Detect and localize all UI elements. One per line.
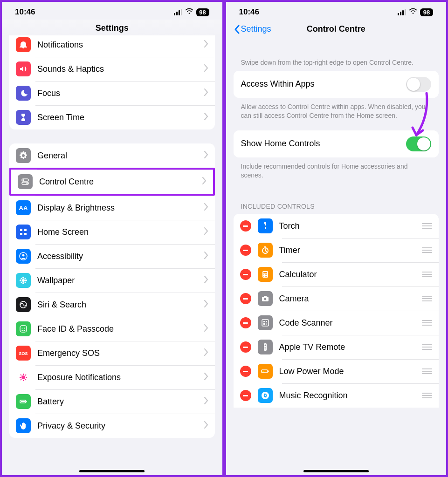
drag-handle-icon[interactable] xyxy=(422,344,432,350)
settings-row-focus[interactable]: Focus xyxy=(9,81,215,105)
row-label: Siri & Search xyxy=(37,300,204,310)
control-label: Calculator xyxy=(279,270,422,279)
remove-button[interactable] xyxy=(240,269,251,280)
calculator-icon xyxy=(258,267,273,282)
wifi-icon xyxy=(409,7,417,17)
svg-point-22 xyxy=(22,328,23,329)
svg-point-15 xyxy=(25,279,27,281)
general-icon xyxy=(16,148,31,163)
drag-handle-icon[interactable] xyxy=(422,247,432,253)
settings-row-wallpaper[interactable]: Wallpaper xyxy=(9,268,215,293)
drag-handle-icon[interactable] xyxy=(422,368,432,374)
remove-button[interactable] xyxy=(240,245,251,256)
clock: 10:46 xyxy=(239,7,259,17)
remove-button[interactable] xyxy=(240,341,251,353)
control-row-appletv: Apple TV Remote xyxy=(234,335,439,359)
controlcentre-icon xyxy=(18,174,33,189)
battery-icon: 98 xyxy=(420,8,433,16)
screenshot-left-settings: 10:46 98 Settings Notifications Sounds &… xyxy=(0,0,224,477)
toggle-show-home-controls[interactable] xyxy=(406,136,431,151)
row-access-within-apps: Access Within Apps xyxy=(234,71,439,98)
settings-row-exposure[interactable]: Exposure Notifications xyxy=(9,365,215,389)
accessibility-icon xyxy=(16,249,31,264)
control-centre-scroll[interactable]: Swipe down from the top-right edge to op… xyxy=(226,40,447,475)
svg-rect-60 xyxy=(264,348,266,348)
drag-handle-icon[interactable] xyxy=(422,296,432,301)
row-label: Notifications xyxy=(37,40,204,50)
settings-row-sos[interactable]: SOS Emergency SOS xyxy=(9,341,215,365)
timer-icon xyxy=(258,243,273,258)
settings-row-display[interactable]: AA Display & Brightness xyxy=(9,196,215,220)
privacy-icon xyxy=(16,418,31,433)
chevron-right-icon xyxy=(204,300,208,309)
svg-text:AA: AA xyxy=(19,204,28,211)
row-label: Focus xyxy=(37,89,204,98)
chevron-right-icon xyxy=(204,421,208,430)
control-row-music: Music Recognition xyxy=(234,383,439,408)
home-indicator[interactable] xyxy=(79,470,145,472)
drag-handle-icon[interactable] xyxy=(422,272,432,277)
remove-button[interactable] xyxy=(240,390,251,401)
settings-row-homescreen[interactable]: Home Screen xyxy=(9,220,215,244)
control-label: Apple TV Remote xyxy=(279,342,422,352)
settings-row-general[interactable]: General xyxy=(9,143,215,168)
row-show-home-controls: Show Home Controls xyxy=(234,130,439,157)
svg-point-17 xyxy=(25,278,26,279)
settings-row-faceid[interactable]: Face ID & Passcode xyxy=(9,317,215,341)
drag-handle-icon[interactable] xyxy=(422,393,432,398)
cellular-icon xyxy=(174,9,182,15)
control-row-camera: Camera xyxy=(234,286,439,311)
status-icons: 98 xyxy=(174,7,209,17)
chevron-right-icon xyxy=(204,89,208,98)
back-label: Settings xyxy=(241,24,271,34)
drag-handle-icon[interactable] xyxy=(422,223,432,229)
svg-rect-5 xyxy=(20,229,22,231)
focus-icon xyxy=(16,86,31,101)
siri-icon xyxy=(16,297,31,312)
chevron-right-icon xyxy=(204,40,208,49)
chevron-right-icon xyxy=(204,324,208,334)
toggle-access-group: Access Within Apps xyxy=(234,71,439,98)
row-label: Exposure Notifications xyxy=(37,373,204,382)
svg-line-31 xyxy=(25,379,26,380)
hint-swipe: Swipe down from the top-right edge to op… xyxy=(226,40,447,71)
svg-line-30 xyxy=(21,375,21,375)
toggle-access-within-apps[interactable] xyxy=(406,77,431,92)
svg-rect-61 xyxy=(264,349,266,349)
toggle-label: Show Home Controls xyxy=(241,139,407,149)
settings-row-siri[interactable]: Siri & Search xyxy=(9,293,215,317)
remove-button[interactable] xyxy=(240,293,251,304)
hint-access: Allow access to Control Centre within ap… xyxy=(226,98,447,124)
lowpower-icon xyxy=(258,364,273,379)
toggle-label: Access Within Apps xyxy=(241,79,407,89)
wifi-icon xyxy=(185,7,193,17)
remove-button[interactable] xyxy=(240,317,251,328)
svg-point-13 xyxy=(22,282,24,284)
settings-scroll[interactable]: Notifications Sounds & Haptics Focus Scr… xyxy=(2,35,222,475)
settings-row-screentime[interactable]: Screen Time xyxy=(9,105,215,129)
settings-row-sounds[interactable]: Sounds & Haptics xyxy=(9,57,215,81)
back-button[interactable]: Settings xyxy=(234,24,271,34)
control-row-torch: Torch xyxy=(234,214,439,238)
settings-row-notifications[interactable]: Notifications xyxy=(9,35,215,57)
settings-row-accessibility[interactable]: Accessibility xyxy=(9,244,215,268)
svg-rect-62 xyxy=(262,370,268,373)
drag-handle-icon[interactable] xyxy=(422,320,432,326)
svg-point-23 xyxy=(24,328,25,329)
chevron-right-icon xyxy=(204,276,208,285)
svg-rect-53 xyxy=(266,321,267,322)
home-indicator[interactable] xyxy=(303,470,369,472)
settings-row-battery[interactable]: Battery xyxy=(9,389,215,414)
remove-button[interactable] xyxy=(240,366,251,377)
svg-point-3 xyxy=(27,183,28,184)
screentime-icon xyxy=(16,110,31,125)
chevron-right-icon xyxy=(204,203,208,212)
svg-rect-36 xyxy=(26,401,27,402)
settings-row-controlcentre[interactable]: Control Centre xyxy=(9,168,215,196)
remove-button[interactable] xyxy=(240,220,251,232)
torch-icon xyxy=(258,218,273,233)
control-row-timer: Timer xyxy=(234,238,439,262)
control-row-lowpower: Low Power Mode xyxy=(234,359,439,383)
row-label: Privacy & Security xyxy=(37,421,204,431)
settings-row-privacy[interactable]: Privacy & Security xyxy=(9,414,215,438)
